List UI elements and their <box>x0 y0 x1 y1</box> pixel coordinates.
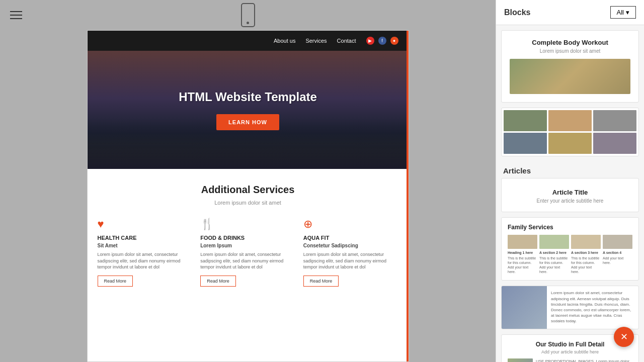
learn-how-button[interactable]: LEARN HOW <box>216 114 279 130</box>
articles-section-label: Articles <box>501 161 639 178</box>
service-item-healthcare: ♥ HEALTH CARE Sit Amet Lorem ipsum dolor… <box>98 218 193 287</box>
right-panel: Blocks All ▾ Complete Body Workout Lorem… <box>496 0 644 362</box>
read-more-healthcare[interactable]: Read More <box>98 276 133 287</box>
facebook-icon[interactable]: f <box>378 37 386 45</box>
block-card-photo-grid[interactable] <box>501 108 639 156</box>
read-more-aqua[interactable]: Read More <box>303 276 339 287</box>
youtube-icon[interactable]: ▶ <box>366 37 374 45</box>
yoga-text: Lorem ipsum dolor sit amet, consectetur … <box>547 286 638 329</box>
article-title-content: Article Title Enter your article subtitl… <box>502 178 638 212</box>
service-item-food: 🍴 FOOD & DRINKS Lorem Ipsum Lorem ipsum … <box>200 218 295 287</box>
service-desc-food: Lorem ipsum dolor sit amet, consectetur … <box>200 251 295 270</box>
family-col-title-3: A section 3 here <box>571 250 601 255</box>
yoga-content: Lorem ipsum dolor sit amet, consectetur … <box>502 286 638 329</box>
service-item-aqua: ⊕ AQUA FIT Consetetur Sadipscing Lorem i… <box>303 218 398 287</box>
family-col-3: A section 3 here This is the subtitle fo… <box>571 235 601 274</box>
yoga-image <box>502 286 547 329</box>
block-card-body-workout[interactable]: Complete Body Workout Lorem ipsum dolor … <box>501 30 639 103</box>
family-col-text-4: Add your text here. <box>603 256 632 265</box>
website-preview: About us Services Contact ▶ f ● HTML Web… <box>87 30 409 362</box>
family-col-img-1 <box>508 235 537 249</box>
mobile-preview-toggle[interactable] <box>241 3 255 27</box>
panel-header: Blocks All ▾ <box>496 0 644 25</box>
services-grid: ♥ HEALTH CARE Sit Amet Lorem ipsum dolor… <box>98 218 398 287</box>
body-workout-title: Complete Body Workout <box>510 39 630 46</box>
family-services-content: Family Services Heading 1 here This is t… <box>502 218 638 280</box>
editor-area: About us Services Contact ▶ f ● HTML Web… <box>0 0 496 362</box>
studio-subtitle: Add your article subtitle here <box>508 349 632 354</box>
service-tagline-healthcare: Sit Amet <box>98 243 193 248</box>
family-col-1: Heading 1 here This is the subtitle for … <box>508 235 537 274</box>
photo-cell-2 <box>548 110 592 131</box>
family-col-4: A section 4 Add your text here. <box>603 235 632 274</box>
hero-title: HTML Website Template <box>179 90 317 104</box>
studio-title: Our Studio in Full Detail <box>508 341 632 348</box>
family-cols: Heading 1 here This is the subtitle for … <box>508 235 632 274</box>
nav-contact[interactable]: Contact <box>337 38 356 44</box>
family-col-img-4 <box>603 235 632 249</box>
service-name-aqua: AQUA FIT <box>303 235 398 241</box>
studio-bottom: USE PROPORTIONAL IMAGES. Lorem ipsum dol… <box>508 358 632 362</box>
photo-cell-6 <box>593 133 636 154</box>
service-tagline-aqua: Consetetur Sadipscing <box>303 243 398 248</box>
studio-image <box>508 358 533 362</box>
family-col-text-2: This is the subtitle for this column. Ad… <box>539 256 569 274</box>
close-fab-button[interactable]: ✕ <box>614 327 634 347</box>
family-col-title-4: A section 4 <box>603 250 632 255</box>
nav-services[interactable]: Services <box>305 38 327 44</box>
photo-cell-5 <box>548 133 592 154</box>
family-col-img-3 <box>571 235 601 249</box>
workout-person-image <box>510 59 630 94</box>
article-title-subtitle: Enter your article subtitle here <box>510 198 630 204</box>
body-workout-subtitle: Lorem ipsum dolor sit amet <box>510 48 630 54</box>
block-card-family-services[interactable]: Family Services Heading 1 here This is t… <box>501 217 639 281</box>
family-col-text-1: This is the subtitle for this column. Ad… <box>508 256 537 274</box>
service-name-food: FOOD & DRINKS <box>200 235 295 241</box>
body-workout-content: Complete Body Workout Lorem ipsum dolor … <box>502 31 638 102</box>
family-col-title-1: Heading 1 here <box>508 250 537 255</box>
nav-about[interactable]: About us <box>274 38 295 44</box>
family-col-title-2: A section 2 here <box>539 250 569 255</box>
food-icon: 🍴 <box>200 218 295 231</box>
block-card-yoga[interactable]: Lorem ipsum dolor sit amet, consectetur … <box>501 286 639 329</box>
photo-cell-4 <box>504 133 547 154</box>
phone-icon <box>241 3 255 27</box>
aqua-icon: ⊕ <box>303 218 398 231</box>
photo-cell-1 <box>504 110 547 131</box>
read-more-food[interactable]: Read More <box>200 276 236 287</box>
body-workout-image <box>510 59 630 94</box>
social-icons: ▶ f ● <box>366 37 398 45</box>
photo-grid <box>504 110 636 154</box>
service-desc-healthcare: Lorem ipsum dolor sit amet, consectetur … <box>98 251 193 270</box>
all-label: All <box>617 9 624 16</box>
other-social-icon[interactable]: ● <box>390 37 398 45</box>
hero-section: HTML Website Template LEARN HOW <box>88 51 409 169</box>
heart-icon: ♥ <box>98 218 193 231</box>
services-section: Additional Services Lorem ipsum dolor si… <box>88 169 409 297</box>
block-card-article-title[interactable]: Article Title Enter your article subtitl… <box>501 178 639 212</box>
hamburger-menu[interactable] <box>10 11 22 19</box>
site-nav: About us Services Contact ▶ f ● <box>88 31 409 51</box>
family-col-text-3: This is the subtitle for this column. Ad… <box>571 256 601 274</box>
panel-content: Complete Body Workout Lorem ipsum dolor … <box>496 25 644 362</box>
family-col-2: A section 2 here This is the subtitle fo… <box>539 235 569 274</box>
chevron-down-icon: ▾ <box>626 9 629 16</box>
service-desc-aqua: Lorem ipsum dolor sit amet, consectetur … <box>303 251 398 270</box>
all-dropdown-button[interactable]: All ▾ <box>610 6 636 19</box>
services-subtitle: Lorem ipsum dolor sit amet <box>98 200 398 206</box>
panel-title: Blocks <box>504 8 530 17</box>
phone-dot <box>247 22 249 24</box>
photo-grid-content <box>502 108 638 156</box>
preview-border <box>407 31 409 361</box>
service-tagline-food: Lorem Ipsum <box>200 243 295 248</box>
family-services-title: Family Services <box>508 224 632 231</box>
family-col-img-2 <box>539 235 569 249</box>
photo-cell-3 <box>593 110 636 131</box>
article-title-heading: Article Title <box>510 189 630 196</box>
editor-topbar <box>0 0 496 30</box>
service-name-healthcare: HEALTH CARE <box>98 235 193 241</box>
studio-desc: USE PROPORTIONAL IMAGES. Lorem ipsum dol… <box>536 358 632 362</box>
services-title: Additional Services <box>98 184 398 196</box>
